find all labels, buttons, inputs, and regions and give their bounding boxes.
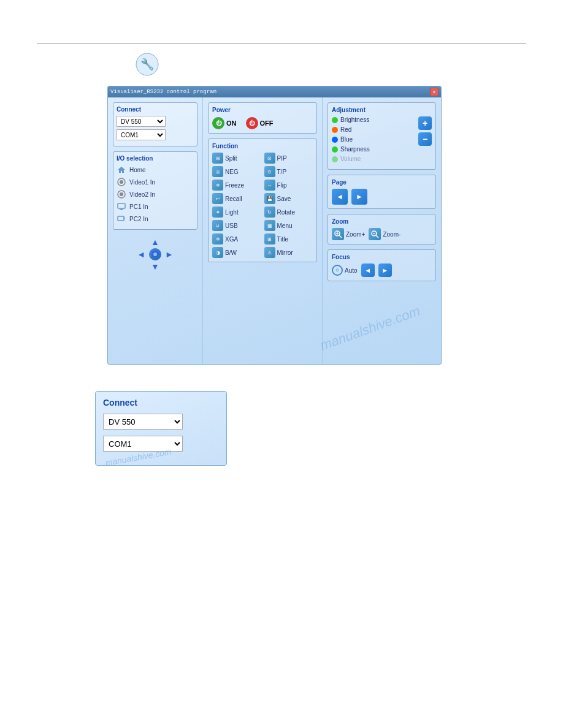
power-title: Power <box>212 107 313 113</box>
func-bw[interactable]: ◑ B/W <box>212 247 261 258</box>
bw-icon: ◑ <box>212 247 223 258</box>
flip-icon: ↔ <box>264 180 275 191</box>
tp-icon: ⊙ <box>264 166 275 177</box>
page-next-button[interactable]: ► <box>351 189 367 205</box>
adj-volume[interactable]: Volume <box>332 156 415 162</box>
sharpness-indicator <box>332 146 338 153</box>
zoom-minus-icon <box>369 228 381 240</box>
func-split[interactable]: ⊞ Split <box>212 153 261 164</box>
page-title: Page <box>332 179 432 186</box>
power-group: Power ⏻ ON ⏻ OFF <box>208 102 317 134</box>
main-window: Visualiser_RS232 control program × Conne… <box>107 86 442 365</box>
zoom-plus-icon <box>332 228 344 240</box>
func-pip[interactable]: ⊡ PIP <box>264 153 313 164</box>
io-video2in[interactable]: Video2 In <box>117 189 194 199</box>
red-indicator <box>332 127 338 133</box>
func-save[interactable]: 💾 Save <box>264 193 313 204</box>
freeze-icon: ❄ <box>212 180 223 191</box>
svg-line-19 <box>376 235 378 238</box>
io-home[interactable]: Home <box>117 165 194 175</box>
focus-auto-icon: ⊙ <box>332 265 343 276</box>
func-title[interactable]: ⊞ Title <box>264 233 313 245</box>
nav-ok-button[interactable] <box>149 248 161 260</box>
adjust-plus-button[interactable]: + <box>418 116 432 130</box>
port-select[interactable]: COM1 <box>117 129 166 140</box>
page-group: Page ◄ ► <box>327 175 436 209</box>
func-tp[interactable]: ⊙ T/P <box>264 166 313 177</box>
connect-title: Connect <box>117 106 194 113</box>
adj-brightness[interactable]: Brightness <box>332 116 415 123</box>
app-icon: 🔧 <box>135 52 159 77</box>
focus-auto-indicator: ⊙ Auto <box>332 265 358 276</box>
func-mirror[interactable]: ⚠ Mirror <box>264 247 313 258</box>
zoom-plus-button[interactable]: Zoom+ <box>332 228 365 240</box>
pc2-icon <box>117 214 126 224</box>
io-video1in[interactable]: Video1 In <box>117 177 194 187</box>
zoom-port-select[interactable]: COM1 <box>103 436 183 452</box>
recall-icon: ↩ <box>212 193 223 204</box>
adj-sharpness[interactable]: Sharpness <box>332 146 415 153</box>
window-titlebar: Visualiser_RS232 control program × <box>108 86 441 97</box>
left-panel: Connect DV 550 COM1 I/O selection Home <box>108 97 203 364</box>
close-button[interactable]: × <box>430 88 439 96</box>
io-title: I/O selection <box>117 155 194 162</box>
zoom-minus-button[interactable]: Zoom- <box>369 228 400 240</box>
func-usb[interactable]: ⊍ USB <box>212 220 261 231</box>
title-icon: ⊞ <box>264 233 275 245</box>
nav-right-button[interactable]: ► <box>165 249 174 259</box>
menu-icon: ▦ <box>264 220 275 231</box>
adjustment-title: Adjustment <box>332 107 432 113</box>
function-title: Function <box>212 143 313 150</box>
home-icon <box>117 165 126 175</box>
focus-group: Focus ⊙ Auto ◄ ► <box>327 249 436 281</box>
io-group: I/O selection Home Video1 In <box>113 151 197 230</box>
nav-down-button[interactable]: ▼ <box>151 262 159 271</box>
func-light[interactable]: ✦ Light <box>212 207 261 218</box>
power-on-button[interactable]: ⏻ ON <box>212 117 237 129</box>
right-panel: Adjustment Brightness Red B <box>323 97 441 364</box>
adjustment-group: Adjustment Brightness Red B <box>327 102 436 170</box>
blue-indicator <box>332 137 338 143</box>
rotate-icon: ↻ <box>264 207 275 218</box>
func-menu[interactable]: ▦ Menu <box>264 220 313 231</box>
xga-icon: ✲ <box>212 233 223 245</box>
io-pc1in[interactable]: PC1 In <box>117 202 194 211</box>
func-flip[interactable]: ↔ Flip <box>264 180 313 191</box>
adj-red[interactable]: Red <box>332 126 415 133</box>
video2-icon <box>117 189 126 199</box>
func-xga[interactable]: ✲ XGA <box>212 233 261 245</box>
device-select[interactable]: DV 550 <box>117 116 166 127</box>
adjust-minus-button[interactable]: − <box>418 132 432 146</box>
zoom-device-select[interactable]: DV 550 <box>103 414 183 430</box>
usb-icon: ⊍ <box>212 220 223 231</box>
func-rotate[interactable]: ↻ Rotate <box>264 207 313 218</box>
func-neg[interactable]: ◎ NEG <box>212 166 261 177</box>
volume-indicator <box>332 156 338 162</box>
zoom-title: Zoom <box>332 218 432 225</box>
pip-icon: ⊡ <box>264 153 275 164</box>
focus-plus-button[interactable]: ► <box>378 264 392 277</box>
adjustment-buttons: + − <box>418 116 432 165</box>
window-title: Visualiser_RS232 control program <box>110 89 216 95</box>
mirror-icon: ⚠ <box>264 247 275 258</box>
save-icon: 💾 <box>264 193 275 204</box>
middle-panel: Power ⏻ ON ⏻ OFF Function ⊞ <box>203 97 323 364</box>
svg-point-3 <box>120 180 123 184</box>
on-icon: ⏻ <box>212 117 224 129</box>
svg-rect-9 <box>118 216 124 221</box>
func-freeze[interactable]: ❄ Freeze <box>212 180 261 191</box>
nav-left-button[interactable]: ◄ <box>137 249 145 259</box>
nav-up-button[interactable]: ▲ <box>151 237 159 247</box>
connect-zoom-title: Connect <box>103 398 219 408</box>
connect-group: Connect DV 550 COM1 <box>113 102 197 146</box>
neg-icon: ◎ <box>212 166 223 177</box>
power-off-button[interactable]: ⏻ OFF <box>246 117 274 129</box>
page-prev-button[interactable]: ◄ <box>332 189 348 205</box>
adjustment-items: Brightness Red Blue Sharpness <box>332 116 415 165</box>
focus-minus-button[interactable]: ◄ <box>361 264 375 277</box>
func-recall[interactable]: ↩ Recall <box>212 193 261 204</box>
adj-blue[interactable]: Blue <box>332 136 415 143</box>
top-divider <box>37 43 526 44</box>
io-pc2in[interactable]: PC2 In <box>117 214 194 224</box>
pc1-icon <box>117 202 126 211</box>
